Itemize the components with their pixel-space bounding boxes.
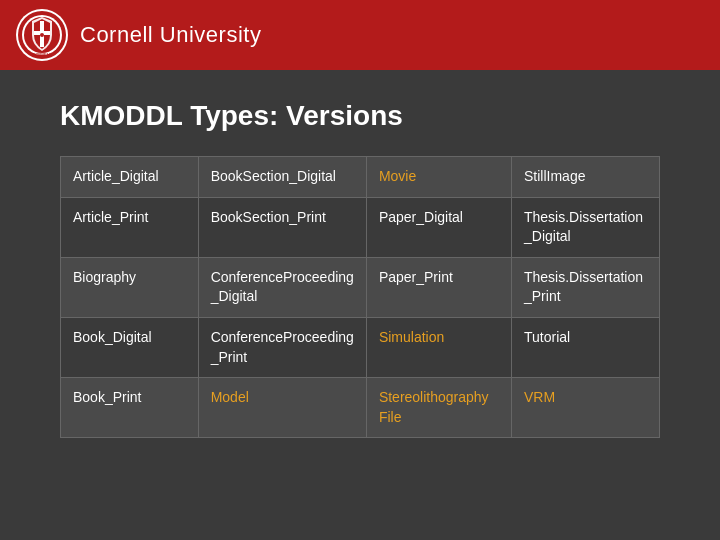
university-name: Cornell University (80, 22, 261, 48)
page-title: KMODDL Types: Versions (60, 100, 660, 132)
table-cell: StillImage (511, 157, 659, 198)
table-cell: Book_Print (61, 378, 199, 438)
cornell-seal-icon: CORNELL (16, 9, 68, 61)
table-cell: Article_Digital (61, 157, 199, 198)
table-cell: BookSection_Print (198, 197, 366, 257)
table-cell: ConferenceProceeding _Digital (198, 257, 366, 317)
table-cell: Book_Digital (61, 317, 199, 377)
svg-point-6 (40, 33, 44, 37)
table-cell: Model (198, 378, 366, 438)
types-table: Article_DigitalBookSection_DigitalMovieS… (60, 156, 660, 438)
table-cell: Movie (366, 157, 511, 198)
table-row: Article_DigitalBookSection_DigitalMovieS… (61, 157, 660, 198)
table-cell: VRM (511, 378, 659, 438)
table-row: Article_PrintBookSection_PrintPaper_Digi… (61, 197, 660, 257)
table-cell: Thesis.Dissertation _Print (511, 257, 659, 317)
table-cell: BookSection_Digital (198, 157, 366, 198)
table-cell: Biography (61, 257, 199, 317)
table-cell: Paper_Digital (366, 197, 511, 257)
table-cell: Tutorial (511, 317, 659, 377)
table-cell: Paper_Print (366, 257, 511, 317)
table-row: Book_PrintModelStereolithography FileVRM (61, 378, 660, 438)
table-cell: Stereolithography File (366, 378, 511, 438)
svg-text:CORNELL: CORNELL (32, 52, 52, 57)
table-cell: Simulation (366, 317, 511, 377)
logo-container: CORNELL (16, 9, 68, 61)
table-cell: ConferenceProceeding _Print (198, 317, 366, 377)
table-row: Book_DigitalConferenceProceeding _PrintS… (61, 317, 660, 377)
header: CORNELL Cornell University (0, 0, 720, 70)
main-content: KMODDL Types: Versions Article_DigitalBo… (0, 70, 720, 458)
table-cell: Article_Print (61, 197, 199, 257)
table-body: Article_DigitalBookSection_DigitalMovieS… (61, 157, 660, 438)
table-row: BiographyConferenceProceeding _DigitalPa… (61, 257, 660, 317)
table-cell: Thesis.Dissertation _Digital (511, 197, 659, 257)
